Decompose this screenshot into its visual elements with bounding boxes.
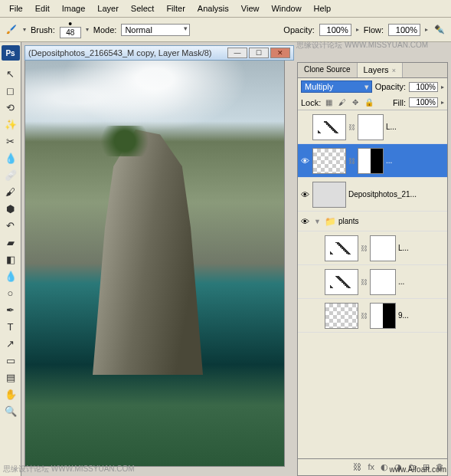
layer-row[interactable]: 👁 ⛓ ... <box>298 144 447 178</box>
menu-select[interactable]: Select <box>125 2 161 15</box>
eraser-tool-icon[interactable]: ▰ <box>2 234 20 251</box>
gradient-tool-icon[interactable]: ◧ <box>2 251 20 268</box>
layer-thumbnail[interactable] <box>312 114 346 140</box>
layer-row[interactable]: ⛓ L... <box>298 110 447 144</box>
history-brush-tool-icon[interactable]: ↶ <box>2 217 20 234</box>
layer-name[interactable]: 9... <box>398 311 446 320</box>
layer-name[interactable]: plants <box>338 217 446 225</box>
stamp-tool-icon[interactable]: ⬢ <box>2 200 20 217</box>
link-icon: ⛓ <box>348 157 355 165</box>
heal-tool-icon[interactable]: 🩹 <box>2 166 20 183</box>
tab-clone-source[interactable]: Clone Source <box>298 63 358 77</box>
photoshop-logo-icon[interactable]: Ps <box>2 45 20 61</box>
document-title: (Depositphotos_2166543_M copy, Layer Mas… <box>28 48 212 57</box>
menu-view[interactable]: View <box>235 2 266 15</box>
mode-select[interactable]: Normal <box>121 24 190 36</box>
menu-analysis[interactable]: Analysis <box>191 2 235 15</box>
watermark-top: 思缘设计论坛 WWW.MISSYUAN.COM <box>296 40 428 51</box>
mask-icon[interactable]: ◐ <box>381 462 388 472</box>
layer-row[interactable]: ⛓ ... <box>298 265 447 299</box>
footer-url: www.Alfoart.com <box>390 465 446 474</box>
canvas[interactable] <box>25 61 285 467</box>
visibility-toggle[interactable]: 👁 <box>299 190 310 199</box>
menu-file[interactable]: File <box>3 2 29 15</box>
layer-name[interactable]: ... <box>398 277 446 286</box>
layer-thumbnail[interactable] <box>325 269 358 295</box>
notes-tool-icon[interactable]: ▤ <box>2 369 20 386</box>
minimize-button[interactable]: — <box>227 48 247 58</box>
airbrush-icon[interactable]: ✒️ <box>433 23 446 37</box>
layer-name[interactable]: L... <box>398 244 446 252</box>
layer-row[interactable]: ⛓ L... <box>298 231 447 265</box>
shape-tool-icon[interactable]: ▭ <box>2 352 20 369</box>
eyedropper-tool-icon[interactable]: 💧 <box>2 149 20 166</box>
lock-all-icon[interactable]: 🔒 <box>363 98 375 107</box>
mask-thumbnail[interactable] <box>370 235 396 261</box>
path-tool-icon[interactable]: ↗ <box>2 335 20 352</box>
zoom-tool-icon[interactable]: 🔍 <box>2 402 20 419</box>
marquee-tool-icon[interactable]: ◻ <box>2 82 20 99</box>
fill-slider-icon[interactable]: ▸ <box>441 99 444 106</box>
link-icon: ⛓ <box>348 123 355 131</box>
layer-name[interactable]: ... <box>386 156 446 165</box>
menu-bar: File Edit Image Layer Select Filter Anal… <box>0 0 451 18</box>
layer-opacity-input[interactable]: 100% <box>409 82 438 92</box>
wand-tool-icon[interactable]: ✨ <box>2 116 20 133</box>
opacity-arrow-icon[interactable]: ▸ <box>356 26 359 33</box>
fx-icon[interactable]: fx <box>368 462 374 472</box>
layer-row[interactable]: ⛓ 9... <box>298 299 447 333</box>
brush-tool-icon[interactable]: 🖌 <box>2 183 20 200</box>
menu-layer[interactable]: Layer <box>91 2 125 15</box>
menu-filter[interactable]: Filter <box>160 2 191 15</box>
menu-image[interactable]: Image <box>56 2 92 15</box>
close-tab-icon[interactable]: × <box>392 67 396 74</box>
lock-paint-icon[interactable]: 🖌 <box>337 98 348 107</box>
fill-input[interactable]: 100% <box>409 97 438 107</box>
lasso-tool-icon[interactable]: ⟲ <box>2 99 20 116</box>
opacity-slider-icon[interactable]: ▸ <box>441 84 444 90</box>
crop-tool-icon[interactable]: ✂ <box>2 133 20 149</box>
menu-help[interactable]: Help <box>308 2 338 15</box>
mask-thumbnail[interactable] <box>358 148 384 174</box>
layer-name[interactable]: L... <box>386 123 446 131</box>
close-button[interactable]: ✕ <box>270 48 290 58</box>
document-titlebar[interactable]: (Depositphotos_2166543_M copy, Layer Mas… <box>25 45 294 61</box>
flow-input[interactable]: 100% <box>388 24 420 36</box>
layer-thumbnail[interactable] <box>312 148 346 174</box>
brush-tool-icon[interactable]: 🖌️ <box>5 23 18 37</box>
layer-row[interactable]: 👁 Depositphotos_21... <box>298 178 447 212</box>
layer-name[interactable]: Depositphotos_21... <box>348 190 446 199</box>
link-layers-icon[interactable]: ⛓ <box>353 462 361 472</box>
opacity-input[interactable]: 100% <box>319 24 351 36</box>
mask-thumbnail[interactable] <box>358 114 384 140</box>
layer-group-row[interactable]: 👁 ▼ 📁 plants <box>298 212 447 231</box>
mask-thumbnail[interactable] <box>370 303 396 329</box>
tab-layers[interactable]: Layers× <box>358 63 403 77</box>
menu-edit[interactable]: Edit <box>29 2 56 15</box>
move-tool-icon[interactable]: ↖ <box>2 65 20 82</box>
blur-tool-icon[interactable]: 💧 <box>2 268 20 284</box>
mode-label: Mode: <box>93 25 117 34</box>
layer-thumbnail[interactable] <box>325 235 358 261</box>
brush-size[interactable]: 48 <box>60 27 81 38</box>
dodge-tool-icon[interactable]: ○ <box>2 284 20 301</box>
opacity-label: Opacity: <box>283 25 314 34</box>
hand-tool-icon[interactable]: ✋ <box>2 386 20 402</box>
lock-transparency-icon[interactable]: ▦ <box>324 98 334 107</box>
visibility-toggle[interactable]: 👁 <box>299 217 310 226</box>
pen-tool-icon[interactable]: ✒ <box>2 301 20 318</box>
blend-mode-select[interactable]: Multiply <box>301 80 372 93</box>
maximize-button[interactable]: ☐ <box>249 48 269 58</box>
lock-position-icon[interactable]: ✥ <box>351 98 360 107</box>
menu-window[interactable]: Window <box>265 2 307 15</box>
flow-label: Flow: <box>364 25 384 34</box>
layer-thumbnail[interactable] <box>325 303 358 329</box>
mask-thumbnail[interactable] <box>370 269 396 295</box>
layer-thumbnail[interactable] <box>312 182 346 208</box>
brush-preset-arrow-icon[interactable]: ▾ <box>23 26 26 33</box>
flow-arrow-icon[interactable]: ▸ <box>425 26 428 33</box>
visibility-toggle[interactable]: 👁 <box>299 156 310 166</box>
brush-size-arrow-icon[interactable]: ▾ <box>86 26 89 33</box>
expand-arrow-icon[interactable]: ▼ <box>312 218 322 225</box>
type-tool-icon[interactable]: T <box>2 318 20 335</box>
